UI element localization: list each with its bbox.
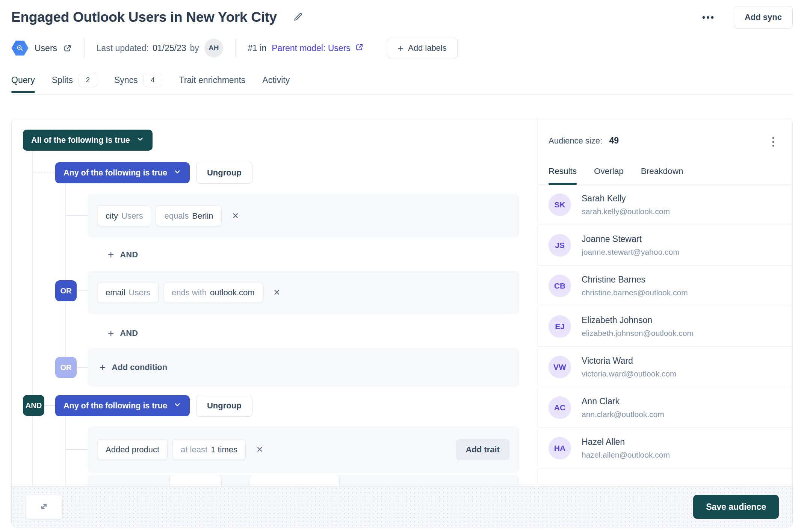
plus-icon: + bbox=[398, 43, 404, 53]
group1-operator-dropdown[interactable]: Any of the following is true bbox=[55, 162, 190, 183]
user-row: SK Sarah Kelly sarah.kelly@outlook.com bbox=[537, 184, 792, 225]
more-menu-button[interactable]: ••• bbox=[700, 12, 717, 23]
page-title: Engaged Outlook Users in New York City bbox=[11, 9, 277, 25]
field-model: Users bbox=[121, 211, 143, 221]
condition-row-email: email Users ends with outlook.com ✕ bbox=[88, 271, 519, 314]
condition-row-event: Added product at least 1 times ✕ Add tra… bbox=[88, 426, 519, 473]
chevron-down-icon bbox=[136, 135, 144, 145]
plus-icon: + bbox=[108, 249, 114, 260]
group-operator-label: Any of the following is true bbox=[63, 168, 167, 178]
connector-line bbox=[77, 290, 88, 291]
add-sync-button[interactable]: Add sync bbox=[734, 6, 793, 29]
user-info: Christine Barnes christine.barnes@outloo… bbox=[582, 275, 688, 297]
clipped-chip bbox=[169, 475, 222, 486]
add-and-condition-button[interactable]: + AND bbox=[106, 249, 140, 260]
and-link-label: AND bbox=[120, 250, 138, 260]
avatar: HA bbox=[549, 437, 571, 459]
user-row: HA Hazel Allen hazel.allen@outlook.com bbox=[537, 428, 792, 469]
pencil-icon bbox=[293, 12, 303, 23]
parent-model-external-link-icon bbox=[355, 43, 364, 54]
user-name: Elizabeth Johnson bbox=[582, 315, 694, 325]
tab-overlap[interactable]: Overlap bbox=[594, 166, 624, 184]
condition-operator-chip[interactable]: equals Berlin bbox=[156, 206, 221, 226]
user-name: Christine Barnes bbox=[582, 275, 688, 285]
condition-operator-chip[interactable]: ends with outlook.com bbox=[163, 282, 263, 303]
event-frequency-chip[interactable]: at least 1 times bbox=[172, 439, 246, 460]
page-header: Engaged Outlook Users in New York City •… bbox=[11, 0, 793, 29]
user-info: Joanne Stewart joanne.stewart@yahoo.com bbox=[582, 234, 680, 257]
add-labels-label: Add labels bbox=[408, 43, 447, 53]
remove-condition-button[interactable]: ✕ bbox=[254, 444, 265, 455]
event-chip[interactable]: Added product bbox=[97, 439, 168, 460]
parent-model-link[interactable]: Parent model: Users bbox=[272, 43, 364, 54]
condition-field-chip[interactable]: city Users bbox=[97, 206, 151, 226]
connector-line bbox=[66, 215, 88, 216]
tab-splits[interactable]: Splits2 bbox=[52, 73, 97, 94]
tab-query[interactable]: Query bbox=[11, 75, 35, 92]
tab-count-badge: 4 bbox=[144, 73, 162, 87]
condition-field-chip[interactable]: email Users bbox=[97, 282, 159, 303]
audience-size-row: Audience size: 49 ⋮ bbox=[537, 118, 792, 148]
value: outlook.com bbox=[210, 288, 255, 298]
group2-operator-dropdown[interactable]: Any of the following is true bbox=[55, 395, 190, 416]
root-group-operator-dropdown[interactable]: All of the following is true bbox=[23, 130, 153, 151]
add-and-condition-button[interactable]: + AND bbox=[106, 328, 140, 339]
main-tabs: Query Splits2 Syncs4 Trait enrichments A… bbox=[11, 73, 793, 95]
or-badge: OR bbox=[55, 280, 77, 301]
value: 1 times bbox=[211, 445, 237, 455]
chevron-down-icon bbox=[173, 168, 181, 178]
condition-row-city: city Users equals Berlin ✕ bbox=[88, 194, 519, 237]
user-email: victoria.ward@outlook.com bbox=[582, 369, 676, 378]
ungroup-button[interactable]: Ungroup bbox=[196, 162, 252, 184]
field-name: email bbox=[106, 288, 125, 298]
results-user-list[interactable]: SK Sarah Kelly sarah.kelly@outlook.com J… bbox=[537, 184, 792, 486]
title-group: Engaged Outlook Users in New York City bbox=[11, 9, 303, 25]
tab-label: Activity bbox=[262, 75, 290, 85]
source-name: Users bbox=[35, 43, 57, 53]
user-name: Sarah Kelly bbox=[582, 193, 670, 204]
owner-avatar: AH bbox=[204, 39, 223, 57]
ungroup-button[interactable]: Ungroup bbox=[196, 395, 252, 417]
operator: at least bbox=[181, 445, 207, 455]
tab-label: Syncs bbox=[114, 75, 138, 85]
add-condition-button[interactable]: + Add condition bbox=[97, 362, 169, 373]
and-link-label: AND bbox=[120, 328, 138, 338]
tab-activity[interactable]: Activity bbox=[262, 75, 290, 92]
avatar: SK bbox=[549, 193, 571, 216]
remove-condition-button[interactable]: ✕ bbox=[230, 211, 241, 221]
divider bbox=[84, 38, 85, 58]
results-tabs: Results Overlap Breakdown bbox=[537, 148, 792, 184]
divider bbox=[235, 38, 236, 58]
tab-label: Trait enrichments bbox=[179, 75, 246, 85]
tab-breakdown[interactable]: Breakdown bbox=[641, 166, 683, 184]
rank-label: #1 in bbox=[248, 43, 266, 53]
source-external-link-icon[interactable] bbox=[63, 44, 72, 53]
edit-title-button[interactable] bbox=[293, 12, 303, 23]
add-labels-button[interactable]: + Add labels bbox=[387, 38, 458, 58]
tab-label: Splits bbox=[52, 75, 73, 85]
tab-syncs[interactable]: Syncs4 bbox=[114, 73, 162, 94]
operator: ends with bbox=[172, 288, 207, 298]
connector-line bbox=[65, 183, 66, 367]
user-row: AC Ann Clark ann.clark@outlook.com bbox=[537, 387, 792, 428]
chevron-down-icon bbox=[173, 401, 181, 411]
source-chip: Users bbox=[11, 40, 72, 56]
operator: equals bbox=[164, 211, 189, 221]
avatar: CB bbox=[549, 275, 571, 297]
audience-size-label: Audience size: bbox=[549, 136, 602, 145]
connector-line bbox=[32, 416, 33, 486]
tab-trait-enrichments[interactable]: Trait enrichments bbox=[179, 75, 246, 92]
tab-results[interactable]: Results bbox=[549, 166, 577, 184]
user-email: sarah.kelly@outlook.com bbox=[582, 207, 670, 216]
connector-line bbox=[66, 449, 88, 450]
plus-icon: + bbox=[108, 328, 114, 339]
user-name: Ann Clark bbox=[582, 396, 664, 407]
save-audience-button[interactable]: Save audience bbox=[693, 495, 779, 519]
expand-editor-button[interactable] bbox=[25, 494, 63, 520]
last-updated-label: Last updated: bbox=[97, 43, 149, 53]
field-name: city bbox=[106, 211, 118, 221]
kebab-menu-icon[interactable]: ⋮ bbox=[766, 136, 780, 148]
avatar: VW bbox=[549, 356, 571, 378]
add-trait-button[interactable]: Add trait bbox=[456, 439, 509, 460]
remove-condition-button[interactable]: ✕ bbox=[271, 287, 283, 298]
